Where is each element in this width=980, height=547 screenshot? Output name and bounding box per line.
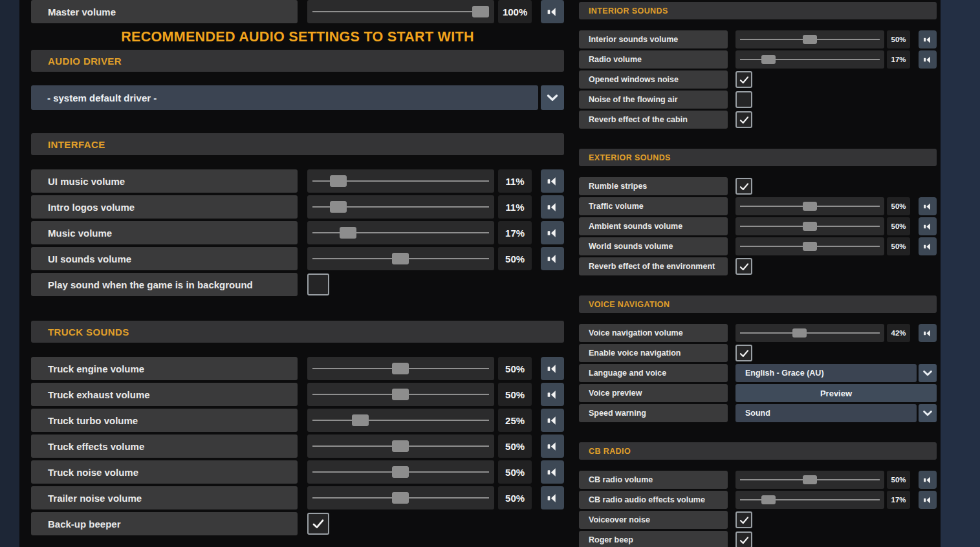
speaker-icon: [922, 221, 933, 232]
slider-handle[interactable]: [803, 35, 817, 44]
value-label: 50%: [498, 247, 532, 270]
slider-handle[interactable]: [803, 242, 817, 251]
volume-slider[interactable]: [307, 195, 495, 219]
checkbox[interactable]: [735, 91, 752, 108]
mute-button[interactable]: [919, 30, 937, 48]
checkbox[interactable]: [735, 71, 752, 88]
slider-handle[interactable]: [792, 328, 807, 338]
value-label: 17%: [887, 50, 910, 69]
slider-handle[interactable]: [340, 227, 356, 239]
volume-slider[interactable]: [307, 0, 495, 23]
checkbox[interactable]: [735, 531, 752, 547]
volume-slider[interactable]: [307, 434, 495, 458]
check-icon: [738, 114, 750, 126]
checkbox[interactable]: [735, 258, 752, 275]
mute-button[interactable]: [541, 460, 564, 484]
volume-slider[interactable]: [735, 237, 884, 255]
checkbox[interactable]: [735, 511, 752, 528]
audio-driver-dropdown[interactable]: - system default driver -: [31, 85, 538, 110]
settings-row: CB radio audio effects volume17%: [579, 491, 937, 509]
volume-slider[interactable]: [735, 197, 884, 215]
chevron-down-icon: [921, 407, 934, 420]
mute-button[interactable]: [541, 221, 564, 244]
mute-button[interactable]: [541, 486, 564, 509]
mute-button[interactable]: [541, 247, 564, 270]
volume-slider[interactable]: [307, 383, 495, 406]
slider-handle[interactable]: [472, 6, 489, 17]
value-label: 11%: [498, 195, 532, 219]
slider-handle[interactable]: [803, 475, 817, 484]
checkbox[interactable]: [307, 274, 329, 295]
slider-handle[interactable]: [761, 55, 776, 64]
section-header-cb-radio: CB RADIO: [579, 442, 937, 460]
mute-button[interactable]: [541, 0, 564, 23]
checkbox[interactable]: [735, 111, 752, 128]
value-label: 17%: [887, 491, 910, 509]
slider-handle[interactable]: [392, 492, 409, 504]
volume-slider[interactable]: [307, 169, 495, 193]
slider-handle[interactable]: [392, 363, 409, 374]
volume-slider[interactable]: [735, 50, 884, 69]
slider-handle[interactable]: [330, 201, 347, 213]
volume-slider[interactable]: [307, 247, 495, 270]
section-header-label: INTERFACE: [48, 139, 105, 150]
slider-handle[interactable]: [803, 222, 817, 231]
dropdown-chevron-button[interactable]: [919, 404, 937, 422]
volume-slider[interactable]: [307, 460, 495, 484]
volume-slider[interactable]: [735, 491, 884, 509]
chevron-down-icon: [545, 90, 560, 105]
page-margin-right-strip: [941, 0, 980, 547]
dropdown-value: Sound: [745, 409, 770, 418]
slider-handle[interactable]: [392, 440, 409, 452]
slider-handle[interactable]: [761, 495, 776, 504]
chevron-down-icon: [921, 367, 934, 380]
section-header-label: AUDIO DRIVER: [48, 56, 122, 67]
slider-handle[interactable]: [392, 466, 409, 478]
settings-row: CB radio volume50%: [579, 471, 937, 489]
mute-button[interactable]: [541, 169, 564, 193]
volume-slider[interactable]: [307, 486, 495, 509]
value-label: 50%: [887, 197, 910, 215]
volume-slider[interactable]: [307, 409, 495, 432]
volume-slider[interactable]: [307, 357, 495, 380]
mute-button[interactable]: [919, 197, 937, 215]
speaker-icon: [922, 495, 933, 506]
slider-handle[interactable]: [392, 389, 409, 400]
checkbox[interactable]: [307, 513, 329, 535]
mute-button[interactable]: [541, 357, 564, 380]
mute-button[interactable]: [541, 434, 564, 458]
slider-handle[interactable]: [330, 175, 347, 187]
settings-row: Reverb effect of the environment: [579, 257, 937, 275]
volume-slider[interactable]: [735, 30, 884, 48]
slider-handle[interactable]: [803, 202, 817, 211]
audio-driver-dropdown-button[interactable]: [541, 85, 564, 110]
mute-button[interactable]: [919, 471, 937, 489]
dropdown[interactable]: Sound: [735, 404, 917, 422]
dropdown[interactable]: English - Grace (AU): [735, 364, 917, 382]
value-label: 50%: [887, 217, 910, 235]
setting-label: Trailer noise volume: [31, 486, 298, 509]
slider-handle[interactable]: [352, 414, 369, 426]
volume-slider[interactable]: [735, 217, 884, 235]
mute-button[interactable]: [919, 50, 937, 69]
mute-button[interactable]: [919, 237, 937, 255]
dropdown-chevron-button[interactable]: [919, 364, 937, 382]
slider-track: [312, 232, 490, 233]
checkbox[interactable]: [735, 345, 752, 361]
settings-row: Ambient sounds volume50%: [579, 217, 937, 235]
mute-button[interactable]: [919, 217, 937, 235]
mute-button[interactable]: [919, 491, 937, 509]
slider-handle[interactable]: [392, 253, 409, 264]
mute-button[interactable]: [919, 324, 937, 342]
interface-rows: UI music volume11%Intro logos volume11%M…: [31, 169, 564, 296]
mute-button[interactable]: [541, 195, 564, 219]
volume-slider[interactable]: [307, 221, 495, 244]
settings-row: Music volume17%: [31, 221, 564, 244]
volume-slider[interactable]: [735, 324, 884, 342]
volume-slider[interactable]: [735, 471, 884, 489]
preview-button[interactable]: Preview: [735, 384, 937, 402]
section-header-interior-sounds: INTERIOR SOUNDS: [579, 2, 937, 19]
mute-button[interactable]: [541, 383, 564, 406]
mute-button[interactable]: [541, 409, 564, 432]
checkbox[interactable]: [735, 178, 752, 195]
